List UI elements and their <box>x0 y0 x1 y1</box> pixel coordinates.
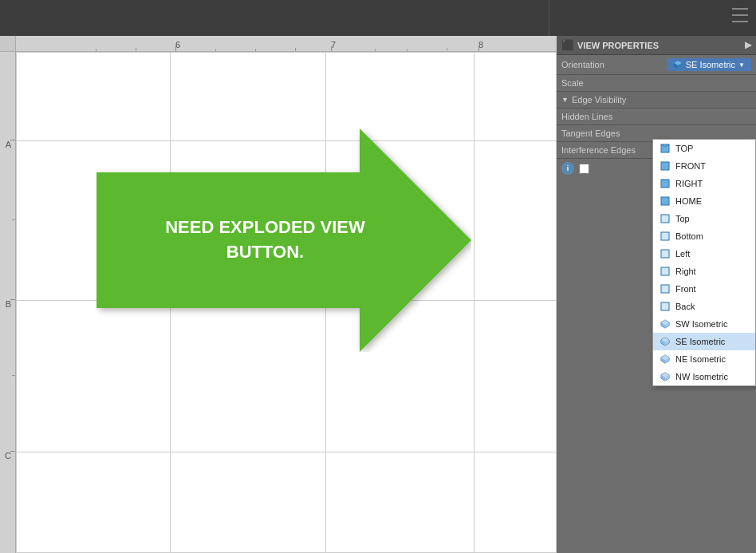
svg-rect-14 <box>661 267 669 275</box>
top-bar <box>0 0 756 36</box>
dropdown-label-se-iso: SE Isometric <box>675 337 725 346</box>
scale-label: Scale <box>561 78 751 88</box>
horizontal-ruler: 6 7 8 <box>16 36 557 52</box>
dropdown-label-bottom: Bottom <box>675 231 703 241</box>
top-icon <box>660 213 671 224</box>
dropdown-item-sw-iso[interactable]: SW Isometric <box>653 315 755 333</box>
dropdown-item-left[interactable]: Left <box>653 245 755 263</box>
dropdown-label-top-upper: TOP <box>675 144 693 153</box>
ruler-label-b: B <box>6 299 11 309</box>
dropdown-item-ne-iso[interactable]: NE Isometric <box>653 350 755 368</box>
left-icon <box>660 248 671 259</box>
svg-rect-11 <box>661 215 669 223</box>
edge-visibility-label: Edge Visibility <box>572 95 626 105</box>
dropdown-item-se-iso[interactable]: SE Isometric <box>653 333 755 350</box>
ne-iso-icon <box>660 354 671 365</box>
dropdown-label-sw-iso: SW Isometric <box>675 319 727 329</box>
dropdown-label-right-upper: RIGHT <box>675 179 703 188</box>
ruler-label-c: C <box>5 451 11 460</box>
dropdown-item-right-upper[interactable]: RIGHT <box>653 175 755 192</box>
canvas-area: NEED EXPLODED VIEW BUTTON. <box>16 52 557 553</box>
bottom-view-icon <box>660 231 671 242</box>
arrow-svg <box>96 128 471 352</box>
svg-rect-9 <box>661 180 669 188</box>
grid-line-h3 <box>17 452 556 452</box>
dropdown-item-front[interactable]: Front <box>653 280 755 298</box>
dropdown-label-front-upper: FRONT <box>675 161 706 171</box>
view-properties-title-text: VIEW PROPERTIES <box>577 41 659 50</box>
main-layout: 6 7 8 A B C <box>0 36 756 553</box>
tangent-edges-label: Tangent Edges <box>561 128 751 138</box>
dropdown-label-nw-iso: NW Isometric <box>675 372 728 381</box>
svg-rect-15 <box>661 285 669 293</box>
drawing-area: 6 7 8 A B C <box>0 36 557 553</box>
dropdown-label-home: HOME <box>675 196 702 206</box>
right-upper-icon <box>660 178 671 189</box>
right-icon <box>660 266 671 277</box>
svg-rect-16 <box>661 302 669 310</box>
orientation-button[interactable]: SE Isometric ▼ <box>667 58 751 71</box>
right-panel: ⬛ VIEW PROPERTIES ▶ Orientation SE Isome… <box>557 36 756 553</box>
front-upper-icon <box>660 160 671 172</box>
dropdown-item-nw-iso[interactable]: NW Isometric <box>653 368 755 385</box>
se-iso-icon <box>660 336 671 347</box>
dropdown-item-back[interactable]: Back <box>653 298 755 315</box>
orientation-dropdown[interactable]: TOP FRONT RIGHT <box>652 139 756 386</box>
nw-iso-icon <box>660 371 671 382</box>
ruler-label-a: A <box>6 140 11 149</box>
sw-iso-icon <box>660 318 671 330</box>
dropdown-item-home[interactable]: HOME <box>653 192 755 210</box>
view-prop-icon: ⬛ <box>561 39 574 51</box>
dropdown-item-top-upper[interactable]: TOP <box>653 140 755 157</box>
grid-line-v3 <box>474 53 474 552</box>
home-icon <box>660 196 671 207</box>
dropdown-label-back: Back <box>675 302 695 311</box>
top-upper-icon <box>660 143 671 154</box>
edge-visibility-header[interactable]: ▼ Edge Visibility <box>557 92 756 109</box>
front-icon <box>660 283 671 294</box>
svg-rect-5 <box>661 144 669 152</box>
orientation-label: Orientation <box>561 60 667 69</box>
info-icon: i <box>561 162 574 175</box>
dropdown-item-bottom[interactable]: Bottom <box>653 227 755 245</box>
info-checkbox[interactable] <box>579 164 589 174</box>
view-properties-header: ⬛ VIEW PROPERTIES ▶ <box>557 36 756 55</box>
scale-row: Scale <box>557 75 756 92</box>
svg-rect-13 <box>661 250 669 258</box>
dropdown-label-right: Right <box>675 267 696 276</box>
orientation-cube-icon <box>673 60 683 69</box>
orientation-row: Orientation SE Isometric ▼ <box>557 55 756 75</box>
dropdown-item-right[interactable]: Right <box>653 263 755 280</box>
dropdown-label-left: Left <box>675 249 690 259</box>
svg-marker-0 <box>96 128 471 352</box>
dropdown-arrow-icon: ▼ <box>738 61 745 69</box>
dropdown-label-top: Top <box>675 214 690 223</box>
arrow-container: NEED EXPLODED VIEW BUTTON. <box>96 128 471 352</box>
back-icon <box>660 301 671 312</box>
expand-icon[interactable]: ▶ <box>745 40 751 50</box>
vertical-ruler: A B C <box>0 52 16 553</box>
svg-rect-10 <box>661 197 669 205</box>
dropdown-label-ne-iso: NE Isometric <box>675 354 726 364</box>
dropdown-item-front-upper[interactable]: FRONT <box>653 157 755 175</box>
svg-rect-8 <box>661 162 669 170</box>
hidden-lines-label: Hidden Lines <box>561 112 751 121</box>
dropdown-label-front: Front <box>675 284 696 294</box>
ruler-corner <box>0 36 16 52</box>
hidden-lines-row: Hidden Lines <box>557 109 756 125</box>
svg-rect-12 <box>661 232 669 240</box>
orientation-value-text: SE Isometric <box>686 60 735 69</box>
dropdown-item-top[interactable]: Top <box>653 210 755 227</box>
orientation-value: SE Isometric ▼ <box>667 58 751 71</box>
edge-vis-triangle-icon: ▼ <box>561 96 569 104</box>
